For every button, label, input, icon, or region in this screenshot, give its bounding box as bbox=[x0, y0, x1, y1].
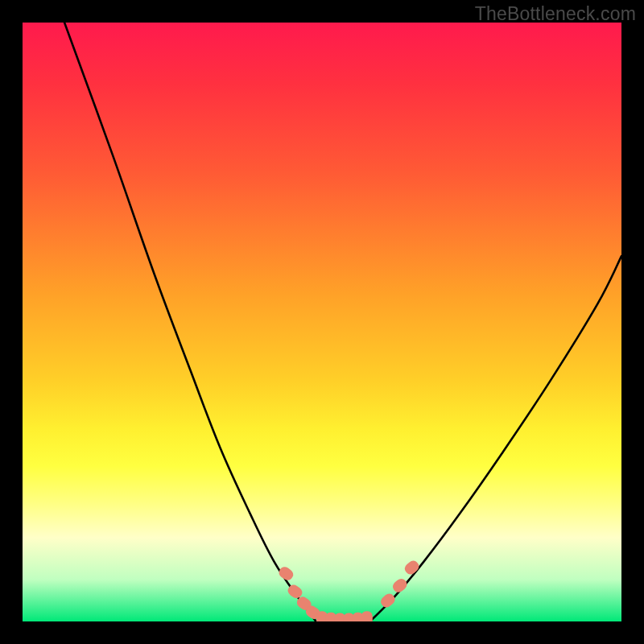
plot-area bbox=[23, 23, 621, 621]
curve-lines bbox=[64, 23, 621, 621]
bottleneck-curve bbox=[64, 23, 621, 621]
right-marker-3 bbox=[402, 559, 421, 576]
chart-frame: TheBottleneck.com bbox=[0, 0, 644, 644]
data-markers bbox=[277, 559, 421, 621]
right-marker-1 bbox=[378, 592, 397, 609]
chart-svg bbox=[23, 23, 621, 621]
right-marker-2 bbox=[390, 576, 409, 594]
floor-marker-6 bbox=[361, 611, 373, 621]
left-marker-1 bbox=[277, 565, 295, 583]
watermark-text: TheBottleneck.com bbox=[475, 3, 636, 25]
